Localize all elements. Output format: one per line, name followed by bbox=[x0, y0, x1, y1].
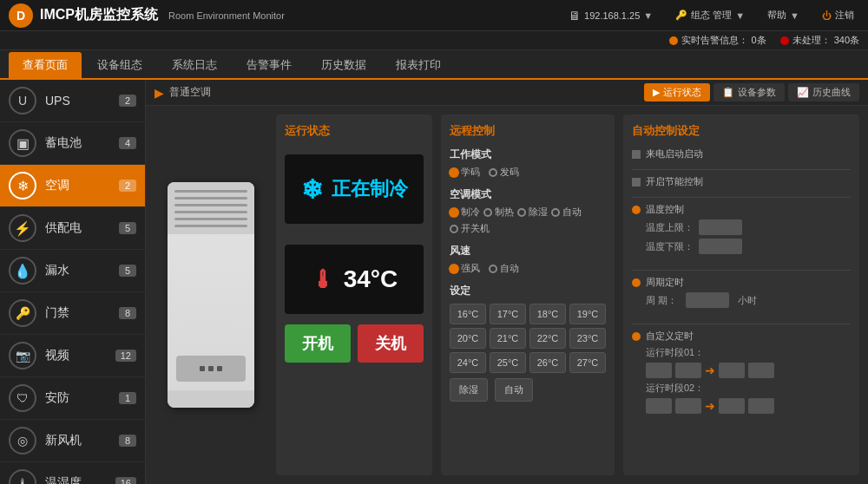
slot2-start-hour[interactable] bbox=[646, 398, 672, 414]
energy-save-row: 开启节能控制 bbox=[632, 175, 851, 188]
sidebar-item-power[interactable]: ⚡ 供配电 5 bbox=[0, 207, 145, 250]
temp-btn-20[interactable]: 20°C bbox=[450, 328, 486, 349]
ac-mode-dehumid[interactable]: 除湿 bbox=[517, 206, 548, 219]
power-dist-icon: ⚡ bbox=[9, 214, 36, 242]
temp-lower-label: 温度下限： bbox=[646, 240, 694, 253]
ac-base bbox=[168, 390, 254, 408]
sidebar-badge-power: 5 bbox=[119, 222, 136, 234]
temp-btn-22[interactable]: 22°C bbox=[529, 328, 566, 349]
logout-button[interactable]: ⏻ 注销 bbox=[817, 7, 859, 23]
temp-btn-24[interactable]: 24°C bbox=[450, 352, 486, 373]
ac-mode-heat[interactable]: 制热 bbox=[483, 206, 514, 219]
status-panel: 运行状态 ❄ 正在制冷 🌡 34°C 开机 关机 bbox=[276, 114, 432, 475]
temp-btn-27[interactable]: 27°C bbox=[569, 352, 606, 373]
ip-dropdown-icon: ▼ bbox=[643, 10, 653, 21]
sidebar-label-video: 视频 bbox=[45, 348, 107, 363]
sidebar-badge-ac: 2 bbox=[119, 180, 136, 192]
sidebar-item-access[interactable]: 🔑 门禁 8 bbox=[0, 292, 145, 335]
ac-mode-dehumid-radio bbox=[517, 208, 526, 217]
freshair-icon: ◎ bbox=[9, 427, 36, 455]
slot2-start-min[interactable] bbox=[675, 398, 701, 414]
wind-auto[interactable]: 自动 bbox=[489, 262, 519, 275]
slot1-end-min[interactable] bbox=[748, 363, 774, 378]
energy-save-checkbox[interactable] bbox=[632, 178, 641, 186]
ac-dot-1 bbox=[200, 366, 205, 371]
temp-control-dot bbox=[632, 206, 641, 214]
tab-syslog[interactable]: 系统日志 bbox=[158, 52, 231, 78]
ups-icon: U bbox=[9, 87, 36, 114]
app-title: IMCP机房监控系统 bbox=[40, 6, 158, 24]
slot1-start-min[interactable] bbox=[675, 363, 701, 378]
btn-dehumid[interactable]: 除湿 bbox=[450, 378, 488, 402]
tab-report[interactable]: 报表打印 bbox=[382, 52, 455, 78]
top-bar-right: 🖥 192.168.1.25 ▼ 🔑 组态 管理 ▼ 帮助 ▼ ⏻ 注销 bbox=[563, 7, 859, 24]
temp-btn-19[interactable]: 19°C bbox=[569, 304, 606, 324]
temp-upper-input[interactable] bbox=[699, 219, 742, 235]
tab-history[interactable]: 历史数据 bbox=[307, 52, 380, 78]
slot2-end-min[interactable] bbox=[748, 398, 774, 414]
sidebar-item-security[interactable]: 🛡 安防 1 bbox=[0, 377, 145, 420]
temp-btn-17[interactable]: 17°C bbox=[490, 304, 526, 324]
temp-btn-16[interactable]: 16°C bbox=[450, 304, 486, 324]
wind-strong-label: 强风 bbox=[461, 262, 480, 275]
grille-line-6 bbox=[174, 225, 247, 227]
slot2-end-hour[interactable] bbox=[719, 398, 745, 414]
view-tab-status[interactable]: ▶ 运行状态 bbox=[644, 83, 710, 101]
ac-mode-cool[interactable]: 制冷 bbox=[450, 206, 480, 219]
btn-auto[interactable]: 自动 bbox=[495, 378, 533, 402]
work-mode-xueqi[interactable]: 学码 bbox=[450, 166, 480, 179]
temp-btn-21[interactable]: 21°C bbox=[490, 328, 526, 349]
custom-schedule-section: 自定义定时 运行时段01： ➜ 运行时段02： bbox=[632, 330, 851, 416]
help-button[interactable]: 帮助 ▼ bbox=[762, 7, 805, 23]
tab-devices[interactable]: 设备组态 bbox=[83, 52, 156, 78]
temp-btn-23[interactable]: 23°C bbox=[569, 328, 606, 349]
power-on-button[interactable]: 开机 bbox=[285, 324, 351, 363]
sidebar-label-access: 门禁 bbox=[45, 305, 110, 321]
temp-btn-25[interactable]: 25°C bbox=[490, 352, 526, 373]
sidebar-item-video[interactable]: 📷 视频 12 bbox=[0, 335, 145, 377]
ac-mode-auto[interactable]: 自动 bbox=[551, 206, 582, 219]
tab-view[interactable]: 查看页面 bbox=[9, 52, 82, 78]
temp-value: 34°C bbox=[344, 265, 398, 293]
group-button[interactable]: 🔑 组态 管理 ▼ bbox=[670, 7, 750, 23]
sidebar-item-ups[interactable]: U UPS 2 bbox=[0, 80, 145, 122]
work-mode-faqi[interactable]: 发码 bbox=[489, 166, 519, 179]
sidebar-item-humidity[interactable]: 🌡 温湿度 16 bbox=[0, 462, 145, 484]
view-tab-params[interactable]: 📋 设备参数 bbox=[713, 83, 785, 101]
divider-2 bbox=[632, 197, 851, 198]
week-label: 周 期： bbox=[646, 294, 681, 307]
slot2-label: 运行时段02： bbox=[646, 382, 704, 395]
thermometer-icon: 🌡 bbox=[311, 265, 335, 294]
grille-line-1 bbox=[174, 190, 247, 193]
slot1-start-hour[interactable] bbox=[646, 363, 672, 378]
unhandled-alert-item: 未处理： 340条 bbox=[780, 34, 859, 47]
divider-4 bbox=[632, 324, 851, 324]
sidebar-item-freshair[interactable]: ◎ 新风机 8 bbox=[0, 420, 145, 462]
sidebar-item-leak[interactable]: 💧 漏水 5 bbox=[0, 250, 145, 292]
sidebar-badge-ups: 2 bbox=[119, 95, 136, 107]
wind-strong[interactable]: 强风 bbox=[450, 262, 480, 275]
tab-alarms[interactable]: 告警事件 bbox=[233, 52, 306, 78]
custom-row: 自定义定时 bbox=[632, 330, 851, 343]
sidebar-item-ac[interactable]: ❄ 空调 2 bbox=[0, 165, 145, 207]
grille-line-5 bbox=[174, 218, 247, 220]
power-on-checkbox[interactable] bbox=[632, 150, 641, 159]
ip-button[interactable]: 🖥 192.168.1.25 ▼ bbox=[563, 7, 658, 24]
temp-btn-26[interactable]: 26°C bbox=[529, 352, 566, 373]
realtime-alert-item: 实时告警信息： 0条 bbox=[669, 34, 766, 47]
wind-section: 风速 强风 自动 bbox=[450, 244, 606, 275]
slot1-label: 运行时段01： bbox=[646, 346, 704, 359]
power-off-button[interactable]: 关机 bbox=[358, 324, 424, 363]
temp-btn-18[interactable]: 18°C bbox=[529, 304, 566, 324]
week-input[interactable] bbox=[686, 292, 729, 308]
sidebar-item-battery[interactable]: ▣ 蓄电池 4 bbox=[0, 122, 145, 165]
temp-lower-input[interactable] bbox=[699, 239, 742, 254]
breadcrumb-bar: ▶ 普通空调 ▶ 运行状态 📋 设备参数 📈 历史曲线 bbox=[146, 80, 868, 106]
ac-visual bbox=[155, 114, 267, 475]
ac-mode-onoff[interactable]: 开关机 bbox=[450, 222, 490, 235]
breadcrumb-arrow-icon: ▶ bbox=[155, 86, 164, 100]
ac-control-panel bbox=[176, 356, 246, 382]
auto-panel-title: 自动控制设定 bbox=[632, 123, 851, 139]
slot1-end-hour[interactable] bbox=[719, 363, 745, 378]
view-tab-histcurve[interactable]: 📈 历史曲线 bbox=[788, 83, 859, 101]
